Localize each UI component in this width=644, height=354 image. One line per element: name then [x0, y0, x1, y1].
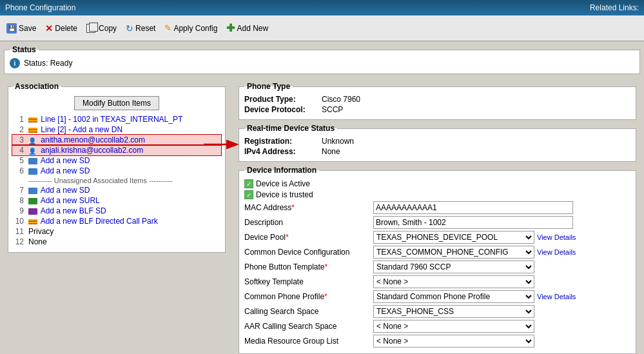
sd-icon — [28, 188, 37, 194]
add-new-button[interactable]: ✚ Add New — [224, 21, 271, 35]
sep-text: ---------- Unassigned Associated Items -… — [26, 176, 221, 185]
row-link[interactable]: anjali.krishna@uccollab2.com — [41, 146, 143, 155]
aar-calling-label: AAR Calling Search Space — [244, 322, 373, 331]
device-active-row: ✓ Device is Active — [244, 179, 630, 188]
row-content: Line [2] - Add a new DN — [26, 124, 221, 135]
mac-input[interactable] — [373, 201, 573, 214]
phone-button-select[interactable]: Standard 7960 SCCP — [373, 261, 534, 273]
copy-label: Copy — [99, 24, 117, 33]
row-num: 6 — [12, 166, 26, 176]
row-link[interactable]: Add a new BLF SD — [41, 206, 106, 215]
row-link[interactable]: Add a new BLF Directed Call Park — [41, 217, 158, 226]
media-resource-row: Media Resource Group List < None > — [244, 335, 630, 348]
device-trusted-checkbox[interactable]: ✓ — [244, 190, 253, 199]
association-fieldset: Association Modify Button Items 1 Line [… — [8, 82, 226, 253]
softkey-row: Softkey Template < None > — [244, 275, 630, 288]
status-content: i Status: Ready — [10, 55, 634, 71]
registration-row: Registration: Unknown — [244, 137, 630, 146]
person-icon: 👤 — [28, 148, 37, 154]
description-input[interactable] — [373, 216, 573, 229]
mac-label: MAC Address — [244, 203, 373, 212]
product-type-row: Product Type: Cisco 7960 — [244, 95, 630, 104]
row-content: Add a new SD — [26, 155, 221, 166]
row-content: Line [1] - 1002 in TEXAS_INTERNAL_PT — [26, 114, 221, 124]
common-device-select[interactable]: TEXAS_COMMON_PHONE_CONFIG — [373, 246, 534, 259]
media-resource-label: Media Resource Group List — [244, 337, 373, 346]
table-row: 8 Add a new SURL — [12, 195, 221, 206]
modify-button-items-button[interactable]: Modify Button Items — [74, 96, 159, 110]
association-legend: Association — [12, 82, 61, 91]
table-row: 3 👤 anitha.menon@uccollab2.com — [12, 135, 221, 145]
copy-button[interactable]: Copy — [84, 23, 119, 34]
row-content: Add a new SD — [26, 166, 221, 176]
apply-config-button[interactable]: ✎ Apply Config — [162, 22, 220, 34]
product-type-label: Product Type: — [244, 95, 322, 104]
common-device-label: Common Device Configuration — [244, 248, 373, 257]
mac-row: MAC Address — [244, 201, 630, 214]
realtime-legend: Real-time Device Status — [244, 124, 337, 133]
row-content: Privacy — [26, 226, 221, 237]
product-type-value: Cisco 7960 — [322, 95, 360, 104]
ipv4-label: IPv4 Address: — [244, 147, 322, 156]
media-resource-select[interactable]: < None > — [373, 335, 534, 348]
row-link[interactable]: anitha.menon@uccollab2.com — [41, 135, 145, 144]
line-icon — [28, 117, 37, 123]
status-text: Status: Ready — [24, 59, 72, 68]
aar-calling-select[interactable]: < None > — [373, 320, 534, 333]
common-device-view-details[interactable]: View Details — [537, 248, 576, 256]
row-link[interactable]: Add a new SD — [41, 166, 90, 175]
sd-icon — [28, 158, 37, 164]
calling-search-select[interactable]: TEXAS_PHONE_CSS — [373, 305, 534, 318]
device-pool-view-details[interactable]: View Details — [537, 233, 576, 241]
reset-button[interactable]: ↻ Reset — [123, 22, 158, 35]
softkey-select[interactable]: < None > — [373, 275, 534, 288]
row-content: Add a new BLF SD — [26, 206, 221, 216]
row-link[interactable]: Add a new SURL — [41, 196, 100, 205]
row-num: 10 — [12, 216, 26, 226]
row-num: 7 — [12, 185, 26, 195]
calling-search-row: Calling Search Space TEXAS_PHONE_CSS — [244, 305, 630, 318]
apply-config-label: Apply Config — [173, 24, 217, 33]
common-phone-view-details[interactable]: View Details — [537, 293, 576, 300]
row-link[interactable]: Add a new SD — [41, 156, 90, 165]
phone-button-label: Phone Button Template — [244, 262, 373, 271]
aar-calling-row: AAR Calling Search Space < None > — [244, 320, 630, 333]
row-content: None — [26, 237, 221, 247]
table-row: 12 None — [12, 237, 221, 247]
device-pool-select[interactable]: TEXAS_PHONES_DEVICE_POOL — [373, 231, 534, 244]
device-pool-row: Device Pool TEXAS_PHONES_DEVICE_POOL Vie… — [244, 231, 630, 244]
row-link[interactable]: Add a new SD — [41, 186, 90, 195]
row-num: 9 — [12, 206, 26, 216]
row-content: 👤 anitha.menon@uccollab2.com — [26, 135, 221, 145]
related-links-label: Related Links: — [590, 3, 639, 12]
copy-icon — [86, 24, 95, 33]
common-device-row: Common Device Configuration TEXAS_COMMON… — [244, 246, 630, 259]
table-row: 9 Add a new BLF SD — [12, 206, 221, 216]
device-pool-label: Device Pool — [244, 233, 373, 242]
table-row: 6 Add a new SD — [12, 166, 221, 176]
association-panel: Association Modify Button Items 1 Line [… — [4, 78, 229, 354]
line-icon — [28, 128, 37, 133]
row-link[interactable]: Line [1] - 1002 in TEXAS_INTERNAL_PT — [41, 115, 182, 124]
page-title: Phone Configuration — [5, 3, 75, 12]
save-button[interactable]: 💾 Save — [4, 22, 39, 35]
common-phone-select[interactable]: Standard Common Phone Profile — [373, 290, 534, 303]
delete-icon: ✕ — [45, 23, 53, 34]
calling-search-label: Calling Search Space — [244, 307, 373, 316]
main-content: Association Modify Button Items 1 Line [… — [4, 78, 640, 354]
row-link[interactable]: Line [2] - Add a new DN — [41, 125, 122, 134]
delete-button[interactable]: ✕ Delete — [43, 22, 80, 35]
device-protocol-row: Device Protocol: SCCP — [244, 105, 630, 114]
registration-label: Registration: — [244, 137, 322, 146]
common-phone-row: Common Phone Profile Standard Common Pho… — [244, 290, 630, 303]
device-active-checkbox[interactable]: ✓ — [244, 179, 253, 188]
add-new-icon: ✚ — [226, 22, 235, 34]
common-phone-label: Common Phone Profile — [244, 292, 373, 301]
row-content: 👤 anjali.krishna@uccollab2.com — [26, 145, 221, 155]
row-num: 4 — [12, 145, 26, 155]
delete-label: Delete — [55, 24, 77, 33]
row-num: 11 — [12, 226, 26, 237]
row-num: 1 — [12, 114, 26, 124]
phone-button-row: Phone Button Template Standard 7960 SCCP — [244, 261, 630, 273]
reset-label: Reset — [135, 24, 155, 33]
